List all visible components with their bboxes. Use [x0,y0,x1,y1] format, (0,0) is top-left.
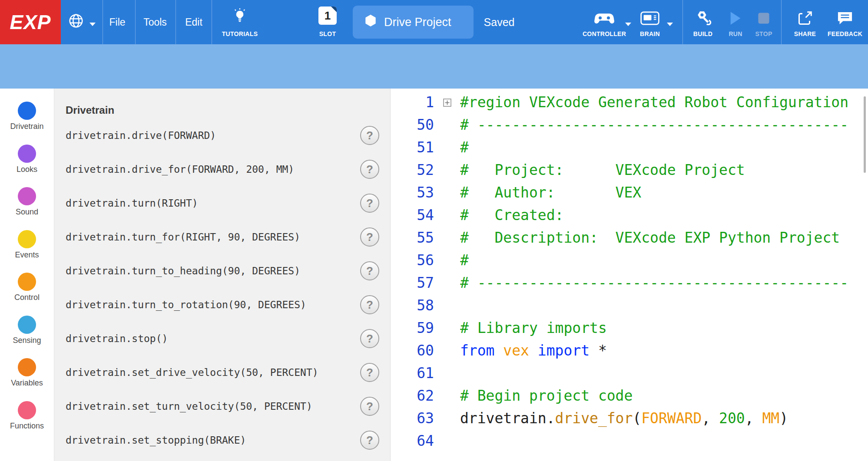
code-line[interactable]: 1 #region VEXcode Generated Robot Config… [391,91,868,114]
menu-tools[interactable]: Tools [143,0,167,44]
sidebar-item-control[interactable]: Control [0,273,54,302]
code-line[interactable]: 59 # Library imports [391,317,868,339]
code-text: # Library imports [460,317,868,339]
line-number: 59 [391,317,434,339]
lightbulb-icon [232,8,248,26]
code-line[interactable]: 51 # [391,136,868,159]
build-label: BUILD [693,30,712,37]
code-line[interactable]: 57 # -----------------------------------… [391,272,868,294]
brain-caret-icon[interactable] [666,20,673,28]
editor-scrollbar[interactable] [864,96,866,173]
line-number: 60 [391,339,434,362]
line-number: 52 [391,159,434,181]
code-line[interactable]: 64 [391,430,868,452]
line-number: 57 [391,272,434,294]
code-text [460,362,868,385]
category-label: Sensing [13,336,41,345]
category-label: Drivetrain [10,122,43,131]
category-sidebar: Drivetrain Looks Sound Events Control Se… [0,89,54,461]
sidebar-item-sensing[interactable]: Sensing [0,316,54,345]
sidebar-item-drivetrain[interactable]: Drivetrain [0,102,54,131]
menu-file[interactable]: File [109,0,125,44]
command-help-button[interactable]: ? [360,431,379,450]
looks-category-icon [18,145,36,163]
build-icon [694,10,712,27]
code-line[interactable]: 60 from vex import * [391,339,868,362]
code-line[interactable]: 54 # Created: [391,204,868,227]
command-help-button[interactable]: ? [360,295,379,314]
code-line[interactable]: 61 [391,362,868,385]
command-row[interactable]: drivetrain.drive(FORWARD) ? [66,122,379,148]
command-help-button[interactable]: ? [360,227,379,247]
code-text: # Created: [460,204,868,227]
sidebar-item-variables[interactable]: Variables [0,358,54,388]
line-number: 55 [391,227,434,249]
code-line[interactable]: 50 # -----------------------------------… [391,114,868,136]
command-help-button[interactable]: ? [360,397,379,416]
command-text: drivetrain.set_stopping(BRAKE) [66,435,246,446]
code-line[interactable]: 52 # Project: VEXcode Project [391,159,868,181]
code-line[interactable]: 63 drivetrain.drive_for(FORWARD, 200, MM… [391,407,868,430]
command-help-button[interactable]: ? [360,363,379,382]
code-line[interactable]: 58 [391,294,868,317]
drivetrain-category-icon [18,102,36,120]
code-text: # [460,136,868,159]
code-text: # [460,249,868,272]
controller-caret-icon[interactable] [625,20,632,28]
command-help-button[interactable]: ? [360,194,379,213]
run-icon [729,11,742,27]
globe-caret-icon[interactable] [89,20,96,28]
line-number: 51 [391,136,434,159]
command-row[interactable]: drivetrain.stop() ? [66,326,379,352]
code-text: # Project: VEXcode Project [460,159,868,181]
project-name-button[interactable]: Drive Project [353,6,474,39]
stop-icon [758,12,770,26]
command-row[interactable]: drivetrain.set_stopping(BRAKE) ? [66,427,379,453]
command-row[interactable]: drivetrain.set_drive_velocity(50, PERCEN… [66,359,379,385]
code-text: # Begin project code [460,385,868,407]
stop-label: STOP [755,30,772,37]
code-line[interactable]: 62 # Begin project code [391,385,868,407]
code-line[interactable]: 53 # Author: VEX [391,181,868,204]
code-line[interactable]: 55 # Description: VEXcode EXP Python Pro… [391,227,868,249]
line-number: 50 [391,114,434,136]
save-status: Saved [484,0,515,44]
code-text: # --------------------------------------… [460,272,868,294]
command-help-button[interactable]: ? [360,160,379,179]
line-number: 54 [391,204,434,227]
divider [176,0,176,44]
command-row[interactable]: drivetrain.turn(RIGHT) ? [66,190,379,216]
code-editor[interactable]: 1 #region VEXcode Generated Robot Config… [390,89,868,461]
sidebar-item-functions[interactable]: Functions [0,401,54,431]
command-row[interactable]: drivetrain.drive_for(FORWARD, 200, MM) ? [66,156,379,182]
slot-number: 1 [325,9,331,23]
code-line[interactable]: 56 # [391,249,868,272]
category-label: Variables [11,379,43,388]
command-text: drivetrain.drive(FORWARD) [66,130,216,141]
command-row[interactable]: drivetrain.set_turn_velocity(50, PERCENT… [66,393,379,419]
sidebar-item-sound[interactable]: Sound [0,187,54,217]
code-text: # Author: VEX [460,181,868,204]
command-row[interactable]: drivetrain.turn_to_rotation(90, DEGREES)… [66,292,379,318]
fold-toggle-icon[interactable] [434,91,460,114]
command-row[interactable]: drivetrain.turn_for(RIGHT, 90, DEGREES) … [66,224,379,250]
command-help-button[interactable]: ? [360,261,379,280]
code-text: from vex import * [460,339,868,362]
command-text: drivetrain.set_drive_velocity(50, PERCEN… [66,367,318,378]
command-help-button[interactable]: ? [360,126,379,145]
line-number: 56 [391,249,434,272]
line-number: 53 [391,181,434,204]
divider [135,0,136,44]
command-text: drivetrain.turn_to_heading(90, DEGREES) [66,265,300,277]
command-help-button[interactable]: ? [360,329,379,348]
line-number: 64 [391,430,434,452]
controller-label: CONTROLLER [583,30,626,37]
command-row[interactable]: drivetrain.turn_to_heading(90, DEGREES) … [66,258,379,284]
exp-logo-text: EXP [10,10,51,34]
command-text: drivetrain.set_turn_velocity(50, PERCENT… [66,401,312,412]
exp-logo: EXP [0,0,61,44]
share-icon [797,10,813,28]
sidebar-item-looks[interactable]: Looks [0,145,54,174]
sidebar-item-events[interactable]: Events [0,230,54,260]
menu-edit[interactable]: Edit [185,0,202,44]
